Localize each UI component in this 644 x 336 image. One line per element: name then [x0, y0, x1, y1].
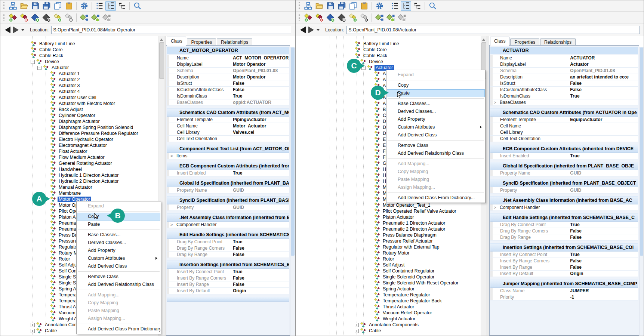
tree-item[interactable]: Difference Pressure Reduce Regulator: [0, 130, 158, 136]
tree-item[interactable]: Actuator 1: [0, 71, 158, 77]
tab-relationships[interactable]: Relationships: [540, 38, 576, 46]
tree-item[interactable]: Diaphragm Spring Position Solenoid: [0, 124, 158, 130]
property-row[interactable]: >Cell Text Orientation: [167, 136, 289, 142]
view-list-button[interactable]: [94, 1, 105, 11]
property-row[interactable]: >PropertyGUID: [490, 187, 638, 194]
property-row[interactable]: >Component Handler: [167, 222, 289, 228]
tree-item[interactable]: Diaphragm Actuator: [0, 118, 158, 124]
menu-item[interactable]: Add Mapping...: [387, 160, 485, 168]
settings-gear-button[interactable]: [374, 1, 385, 11]
tree-item[interactable]: Back Adjust: [0, 107, 158, 112]
new-class-button[interactable]: [7, 13, 18, 22]
tree-expander-icon[interactable]: [31, 60, 35, 64]
class-diagram-button[interactable]: [303, 1, 313, 11]
paste-button[interactable]: [359, 1, 369, 11]
property-row[interactable]: >Cell Name: [490, 123, 638, 129]
tree-item[interactable]: Electromagnet Actuator: [0, 142, 158, 148]
view-tree-button[interactable]: [401, 1, 411, 11]
menu-item[interactable]: Add Derived Class From Dictionary...: [77, 325, 160, 333]
add-mapping-button[interactable]: [374, 13, 385, 22]
tab-properties[interactable]: Properties: [510, 38, 539, 46]
property-row[interactable]: >Items: [167, 153, 289, 159]
tree-item[interactable]: Spring Actuator: [296, 286, 481, 292]
tree-expander-icon[interactable]: [37, 66, 41, 70]
new-class-button[interactable]: [303, 13, 313, 22]
property-row[interactable]: >Drag By Range CornersFalse: [167, 245, 289, 252]
tree-item[interactable]: Hydraulic 2 Directon Actuator: [0, 178, 158, 184]
property-row[interactable]: >Insert By Range CornersFalse: [167, 275, 289, 281]
assign-mapping-button[interactable]: [397, 13, 407, 22]
property-row[interactable]: >Element TemplatePiping\Actuator: [167, 117, 289, 123]
view-hierarchy-button[interactable]: [412, 1, 422, 11]
tree-item[interactable]: Flow Medium Actuator: [0, 154, 158, 160]
property-row[interactable]: >IsStructFalse: [490, 80, 638, 87]
tree-item[interactable]: Self Contained Regulator: [296, 268, 481, 274]
tree-item[interactable]: Hydraulic 1 Directon Actuator: [0, 172, 158, 178]
tree-item[interactable]: Rotary Motor: [296, 250, 481, 256]
tree-item[interactable]: Thrust Actuator: [296, 304, 481, 310]
settings-gear-button[interactable]: [79, 1, 89, 11]
tree-item[interactable]: Single Solenoid Operator: [296, 274, 481, 280]
tree-item[interactable]: Battery Limit Line: [0, 41, 158, 47]
back-button[interactable]: [300, 27, 306, 33]
tree-expander-icon[interactable]: [355, 329, 359, 333]
tab-class[interactable]: Class: [167, 37, 186, 46]
property-row[interactable]: >IsCustomAttributeClassFalse: [167, 87, 289, 93]
tree-expander-icon[interactable]: [355, 323, 359, 327]
save-button[interactable]: [30, 1, 40, 11]
open-folder-button[interactable]: [314, 1, 324, 11]
copy-mapping-button[interactable]: [385, 13, 396, 22]
tree-item[interactable]: Battery Limit Line: [296, 41, 481, 47]
view-list-button[interactable]: [389, 1, 400, 11]
tree-item[interactable]: Pressure Relief Actuator: [296, 238, 481, 244]
menu-item[interactable]: Custom Attributes: [77, 255, 160, 262]
property-row[interactable]: >Insert By RangeFalse: [167, 281, 289, 288]
tree-item[interactable]: Pilot Operated Relief Valve Actuator: [296, 208, 481, 214]
menu-item[interactable]: Add Mapping...: [77, 291, 160, 299]
menu-item[interactable]: Paste Mapping: [77, 307, 160, 315]
scrollbar-thumb[interactable]: [640, 47, 643, 256]
menu-item[interactable]: Copy Mapping: [387, 168, 485, 176]
scrollbar-thumb[interactable]: [291, 47, 295, 256]
menu-item[interactable]: Remove Class: [77, 273, 160, 281]
tree-item[interactable]: Actuator with Electric Motor: [0, 101, 158, 107]
menu-item[interactable]: Add Derived Relationship Class: [387, 149, 485, 157]
property-row[interactable]: >DisplayLabelMotor Operator: [167, 61, 289, 68]
menu-item[interactable]: Base Classes...: [387, 100, 485, 108]
tree-item[interactable]: Cable: [296, 328, 481, 334]
tree-item[interactable]: Weight Actuator: [296, 316, 481, 322]
property-row[interactable]: >Insert By DefaultOrigin: [490, 271, 638, 277]
location-input[interactable]: [346, 26, 640, 34]
expand-chevron-icon[interactable]: >: [170, 153, 176, 159]
menu-item[interactable]: Add Derived Class: [387, 131, 485, 139]
save-all-button[interactable]: [336, 1, 347, 11]
tree-item[interactable]: Actuator User Cell: [0, 95, 158, 101]
menu-item[interactable]: Derived Classes...: [387, 108, 485, 115]
tree-item[interactable]: Annotation Components: [296, 322, 481, 328]
paste-button[interactable]: [64, 1, 74, 11]
property-row[interactable]: >PropertyGUID: [167, 204, 289, 211]
property-row[interactable]: >SchemaOpenPlant_PID.01.08: [490, 68, 638, 74]
delete-class-button[interactable]: [314, 13, 324, 22]
tree-item[interactable]: Electro Hydraulic Operator: [0, 136, 158, 142]
property-row[interactable]: >Drag By Connect PointTrue: [167, 239, 289, 245]
expand-chevron-icon[interactable]: >: [170, 222, 176, 228]
property-row[interactable]: >DisplayLabelActuator: [490, 61, 638, 68]
tree-item[interactable]: Device: [0, 59, 158, 65]
property-row[interactable]: >Cell Library: [490, 129, 638, 136]
property-row[interactable]: >Insert By Connect PointTrue: [167, 269, 289, 275]
tree-item[interactable]: Manual Actuator: [0, 184, 158, 190]
property-row[interactable]: >Component Handler: [490, 204, 638, 211]
search-button[interactable]: [132, 1, 142, 11]
tree-item[interactable]: Rotor: [296, 256, 481, 262]
property-row[interactable]: >Class NameJUMPER: [490, 288, 638, 294]
tree-item[interactable]: Temperature Regulator: [296, 292, 481, 298]
tree-item[interactable]: Temperature Regulator Back: [296, 298, 481, 304]
menu-item[interactable]: Add Derived Relationship Class: [77, 281, 160, 289]
property-row[interactable]: >NameACT_MOTOR_OPERATOR: [167, 55, 289, 61]
property-row[interactable]: >Priority-1: [490, 294, 638, 300]
history-dropdown-icon[interactable]: [317, 29, 320, 33]
property-row[interactable]: >Insert EnabledTrue: [167, 170, 289, 176]
view-hierarchy-button[interactable]: [117, 1, 127, 11]
tree-item[interactable]: Device: [296, 59, 481, 65]
